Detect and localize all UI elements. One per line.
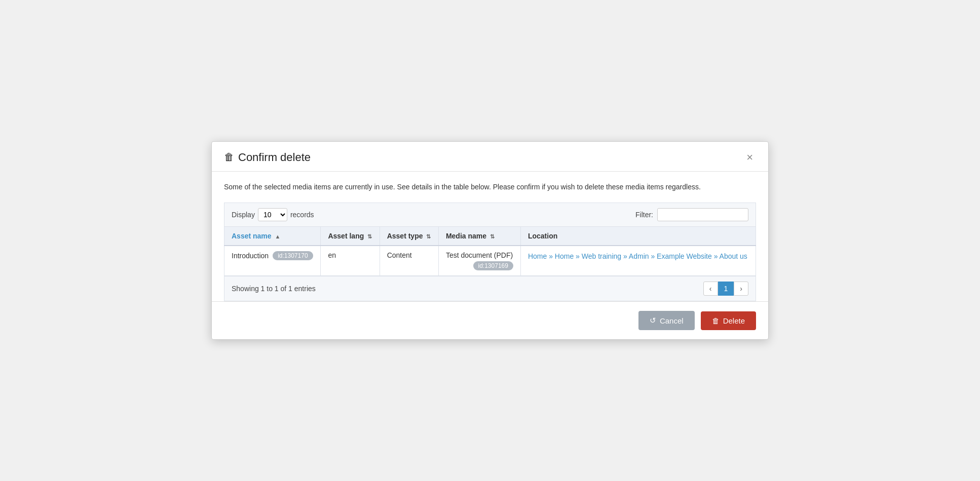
sort-icon-asset-name: ▲ <box>275 233 280 239</box>
th-asset-lang-label: Asset lang <box>328 232 364 240</box>
records-per-page-select[interactable]: 10 25 50 100 <box>258 208 287 221</box>
cancel-icon: ↺ <box>650 316 656 325</box>
close-button[interactable]: × <box>743 151 756 164</box>
table-header-row: Asset name ▲ Asset lang ⇅ Asset type ⇅ M… <box>224 226 756 246</box>
modal-header: 🗑 Confirm delete × <box>212 142 768 172</box>
asset-name-id-badge: id:1307170 <box>273 251 313 260</box>
th-media-name[interactable]: Media name ⇅ <box>438 226 520 246</box>
pagination-page-1-button[interactable]: 1 <box>718 282 734 296</box>
delete-icon: 🗑 <box>712 316 720 325</box>
pagination-next-button[interactable]: › <box>734 282 748 296</box>
td-asset-type: Content <box>380 246 438 276</box>
confirm-delete-modal: 🗑 Confirm delete × Some of the selected … <box>211 141 769 340</box>
media-name-id-badge: id:1307169 <box>473 261 513 270</box>
showing-text: Showing 1 to 1 of 1 entries <box>232 285 316 293</box>
data-table: Asset name ▲ Asset lang ⇅ Asset type ⇅ M… <box>224 226 756 276</box>
modal-title-text: Confirm delete <box>238 151 311 164</box>
table-controls: Display 10 25 50 100 records Filter: <box>224 203 756 226</box>
modal-title: 🗑 Confirm delete <box>224 151 311 164</box>
td-asset-lang: en <box>321 246 380 276</box>
sort-icon-asset-lang: ⇅ <box>367 233 372 239</box>
asset-lang-value: en <box>328 251 336 259</box>
sort-icon-asset-type: ⇅ <box>426 233 431 239</box>
th-asset-type[interactable]: Asset type ⇅ <box>380 226 438 246</box>
sort-icon-media-name: ⇅ <box>490 233 495 239</box>
modal-description: Some of the selected media items are cur… <box>224 182 756 192</box>
table-row: Introduction id:1307170 en Content Test … <box>224 246 756 276</box>
cancel-label: Cancel <box>660 316 684 325</box>
delete-label: Delete <box>723 316 745 325</box>
pagination: ‹ 1 › <box>703 282 748 296</box>
th-location-label: Location <box>528 232 557 240</box>
media-name-text: Test document (PDF) <box>446 251 513 259</box>
th-asset-lang[interactable]: Asset lang ⇅ <box>321 226 380 246</box>
display-label: Display <box>232 211 255 219</box>
delete-button[interactable]: 🗑 Delete <box>701 311 756 330</box>
filter-input[interactable] <box>657 208 748 221</box>
records-label: records <box>290 211 314 219</box>
trash-icon-title: 🗑 <box>224 151 234 163</box>
td-media-name: Test document (PDF) id:1307169 <box>438 246 520 276</box>
asset-type-value: Content <box>387 251 412 259</box>
asset-name-text: Introduction <box>232 252 269 260</box>
table-footer: Showing 1 to 1 of 1 entries ‹ 1 › <box>224 276 756 301</box>
th-location: Location <box>520 226 756 246</box>
modal-body: Some of the selected media items are cur… <box>212 172 768 301</box>
location-link[interactable]: Home » Home » Web training » Admin » Exa… <box>528 252 747 260</box>
th-asset-name-label: Asset name <box>232 232 272 240</box>
td-asset-name: Introduction id:1307170 <box>224 246 321 276</box>
th-asset-type-label: Asset type <box>387 232 423 240</box>
modal-footer: ↺ Cancel 🗑 Delete <box>212 301 768 339</box>
filter-label: Filter: <box>635 211 653 219</box>
td-location: Home » Home » Web training » Admin » Exa… <box>520 246 756 276</box>
pagination-prev-button[interactable]: ‹ <box>703 282 718 296</box>
display-controls: Display 10 25 50 100 records <box>232 208 314 221</box>
filter-controls: Filter: <box>635 208 748 221</box>
th-asset-name[interactable]: Asset name ▲ <box>224 226 321 246</box>
cancel-button[interactable]: ↺ Cancel <box>638 311 695 330</box>
th-media-name-label: Media name <box>446 232 486 240</box>
